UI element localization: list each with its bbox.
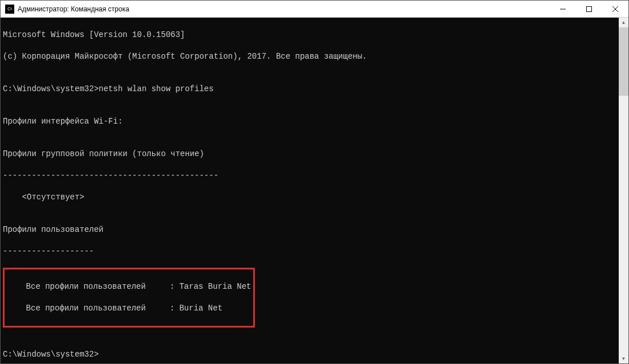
window-controls xyxy=(550,1,628,17)
terminal-output[interactable]: Microsoft Windows [Version 10.0.15063] (… xyxy=(1,18,619,363)
minimize-icon xyxy=(560,6,566,12)
highlighted-profiles: Все профили пользователей : Taras Buria … xyxy=(3,268,255,328)
content-area: Microsoft Windows [Version 10.0.15063] (… xyxy=(1,18,628,363)
minimize-button[interactable] xyxy=(550,1,576,17)
output-line: Профили пользователей xyxy=(3,224,616,235)
output-line: Профили интерфейса Wi-Fi: xyxy=(3,116,616,127)
prompt-line: C:\Windows\system32>netsh wlan show prof… xyxy=(3,84,616,95)
prompt-line: C:\Windows\system32> xyxy=(3,349,616,360)
profile-line: Все профили пользователей : Buria Net xyxy=(7,303,251,314)
cmd-icon: C:\ xyxy=(5,5,14,14)
close-icon xyxy=(612,6,618,12)
output-line: Профили групповой политики (только чтени… xyxy=(3,149,616,159)
vertical-scrollbar[interactable]: ▲ ▼ xyxy=(619,18,628,363)
scrollbar-thumb[interactable] xyxy=(619,27,628,96)
svg-rect-1 xyxy=(587,6,592,11)
scroll-down-arrow-icon[interactable]: ▼ xyxy=(619,354,628,363)
window-title: Администратор: Командная строка xyxy=(18,5,550,13)
output-line: Microsoft Windows [Version 10.0.15063] xyxy=(3,30,616,40)
output-line: ----------------------------------------… xyxy=(3,170,616,181)
close-button[interactable] xyxy=(602,1,628,17)
scroll-up-arrow-icon[interactable]: ▲ xyxy=(619,18,628,27)
output-line: (c) Корпорация Майкрософт (Microsoft Cor… xyxy=(3,51,616,62)
maximize-icon xyxy=(586,6,592,12)
command-prompt-window: C:\ Администратор: Командная строка Micr… xyxy=(0,0,629,364)
output-line: ------------------- xyxy=(3,246,616,257)
profile-line: Все профили пользователей : Taras Buria … xyxy=(7,281,251,292)
maximize-button[interactable] xyxy=(576,1,602,17)
output-line: <Отсутствует> xyxy=(3,192,616,203)
titlebar[interactable]: C:\ Администратор: Командная строка xyxy=(1,1,628,18)
